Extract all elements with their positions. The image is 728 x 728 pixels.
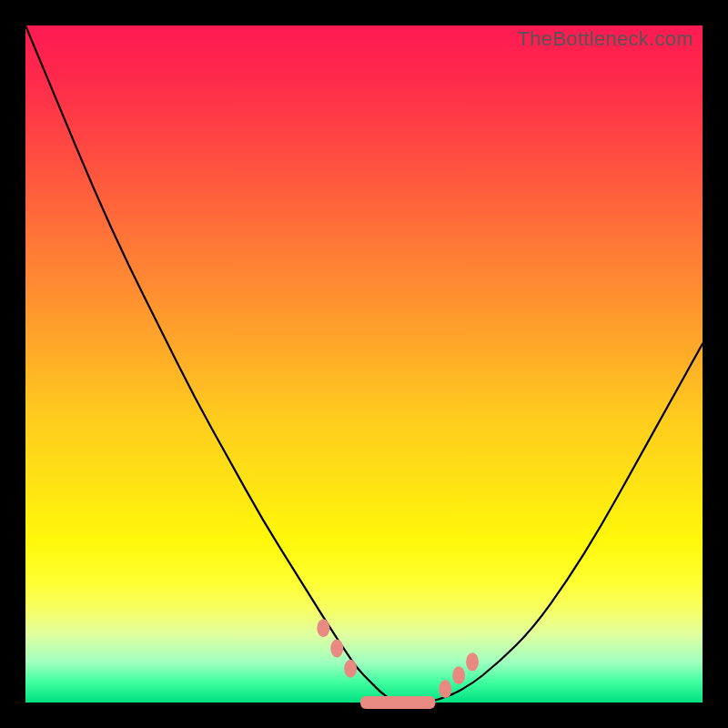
curve-marker	[330, 639, 343, 657]
curve-marker	[466, 652, 479, 671]
curve-layer	[25, 25, 703, 703]
curve-marker	[317, 619, 329, 637]
flat-minimum-marker	[360, 696, 435, 709]
curve-marker	[439, 680, 451, 698]
bottleneck-curve	[25, 25, 703, 703]
curve-marker	[344, 660, 357, 678]
curve-marker	[452, 666, 465, 684]
plot-area: TheBottleneck.com	[25, 25, 703, 703]
chart-frame: TheBottleneck.com	[0, 0, 728, 728]
markers-left-cluster	[317, 619, 357, 678]
